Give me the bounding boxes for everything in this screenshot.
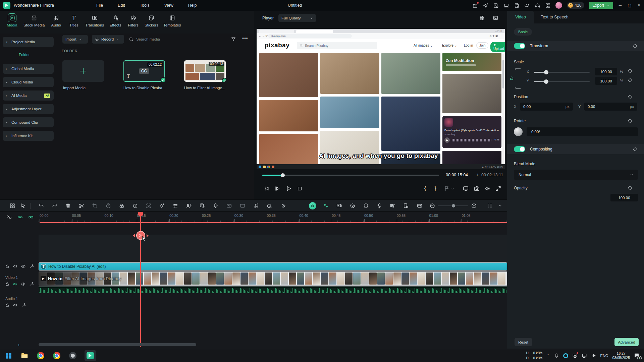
filter-icon[interactable] <box>231 37 236 42</box>
keyframe-diamond-icon[interactable] <box>633 44 637 48</box>
crop-icon[interactable] <box>92 203 98 209</box>
hide-track-icon[interactable] <box>21 282 26 287</box>
auto-ripple-icon[interactable] <box>28 215 34 220</box>
next-frame-button[interactable] <box>274 185 280 192</box>
zoom-fit-icon[interactable] <box>417 203 423 209</box>
track-wand-icon[interactable] <box>29 282 34 287</box>
preview-display-button[interactable] <box>463 185 469 192</box>
link-icon[interactable] <box>17 215 23 220</box>
voiceover-mic-icon[interactable] <box>376 203 382 209</box>
tray-volume-icon[interactable] <box>591 353 596 358</box>
menu-view[interactable]: View <box>160 3 178 8</box>
coins-badge[interactable]: C426 <box>567 2 584 9</box>
tab-stickers[interactable]: Stickers <box>144 13 159 27</box>
tab-stock-media[interactable]: Stock Media <box>22 13 46 27</box>
network-icon[interactable] <box>582 353 587 358</box>
record-dropdown[interactable]: Record <box>92 35 124 44</box>
music-icon[interactable] <box>253 203 259 209</box>
text-to-speech-icon[interactable] <box>199 203 205 209</box>
mute-track-icon[interactable] <box>13 303 18 308</box>
timeline-scrollbar[interactable] <box>39 343 196 346</box>
advanced-button[interactable]: Advanced <box>614 338 639 346</box>
menu-edit[interactable]: Edit <box>113 3 130 8</box>
tab-media[interactable]: Media <box>5 13 19 27</box>
muted-track-icon[interactable] <box>13 282 18 287</box>
mute-track-icon[interactable] <box>13 264 18 269</box>
close-button[interactable]: ✕ <box>637 3 641 8</box>
lock-track-icon[interactable] <box>5 303 10 308</box>
avatar[interactable] <box>555 2 562 9</box>
motion-track-icon[interactable] <box>146 203 152 209</box>
music-play-icon[interactable]: ▶ <box>444 137 450 143</box>
sidebar-item-global-media[interactable]: ▸Global Media <box>3 64 54 74</box>
explore-link[interactable]: Explore ⌄ <box>442 44 457 47</box>
audio-clip-waveform[interactable] <box>39 287 507 293</box>
blend-mode-dropdown[interactable]: Normal <box>514 170 638 180</box>
tab-video[interactable]: Video <box>507 11 534 23</box>
audio-ducking-icon[interactable] <box>186 203 192 209</box>
keyframe-diamond-icon[interactable] <box>628 78 632 82</box>
marker-button[interactable] <box>444 185 450 192</box>
phone-mirror-icon[interactable] <box>403 203 409 209</box>
player-progress[interactable] <box>262 175 439 176</box>
apps-grid-icon[interactable] <box>545 3 551 8</box>
video-preview[interactable]: – ▢ ✕ pixabay.com ← → ⟳ ⊙ ★ ▣ ⋮ pixabay … <box>257 29 505 169</box>
tray-circle-icon[interactable] <box>563 353 568 358</box>
scale-x-slider[interactable] <box>534 72 590 73</box>
previous-frame-button[interactable] <box>263 185 270 192</box>
filmora-taskbar-icon[interactable] <box>85 350 96 361</box>
play-button[interactable] <box>285 185 292 192</box>
more-icon[interactable] <box>280 203 286 209</box>
adjust-icon[interactable] <box>172 203 178 209</box>
share-icon[interactable] <box>483 3 488 8</box>
ai-assistant-icon[interactable] <box>323 203 329 209</box>
notification-icon[interactable]: 1 <box>634 353 639 359</box>
start-button[interactable] <box>4 351 13 360</box>
fullscreen-button[interactable] <box>495 185 501 192</box>
import-dropdown[interactable]: Import <box>62 35 88 44</box>
silence-detect-icon[interactable] <box>226 203 232 209</box>
file-explorer-icon[interactable] <box>20 351 29 360</box>
chrome-icon[interactable] <box>52 351 61 360</box>
page-scrollbar[interactable] <box>502 54 504 165</box>
chevron-down-icon[interactable] <box>498 204 502 207</box>
stop-button[interactable] <box>297 185 303 192</box>
upload-button[interactable]: ⬆ Upload <box>490 42 505 52</box>
volume-button[interactable] <box>484 185 491 192</box>
site-search[interactable]: Search Pixabay <box>297 42 377 49</box>
sidebar-item-influence-kit[interactable]: ▸Influence Kit <box>3 131 54 141</box>
mark-out-button[interactable]: } <box>434 185 436 192</box>
hide-track-icon[interactable] <box>21 264 26 269</box>
marker-icon[interactable] <box>363 203 369 209</box>
chevron-down-icon[interactable] <box>451 187 454 190</box>
title-clip[interactable]: T How to Disable Pixabay AI (edit) <box>39 262 507 270</box>
tab-titles[interactable]: TTitles <box>66 13 81 27</box>
all-images-dropdown[interactable]: All images ⌄ <box>414 44 433 47</box>
sidebar-item-ai-media[interactable]: ▸AI MediaAI <box>3 90 54 101</box>
audio-library-icon[interactable] <box>389 203 395 209</box>
opacity-value[interactable]: 100.00 <box>610 194 638 201</box>
search-media[interactable]: Search media <box>129 35 229 44</box>
sidebar-item-project-media[interactable]: ▾Project Media <box>3 37 54 47</box>
ai-copilot-icon[interactable] <box>309 202 316 209</box>
screen-record-icon[interactable] <box>336 203 342 209</box>
delete-icon[interactable] <box>65 203 71 209</box>
speed-icon[interactable] <box>105 203 111 209</box>
rotate-knob[interactable] <box>514 127 523 136</box>
tab-audio[interactable]: Audio <box>49 13 63 27</box>
position-x-input[interactable]: 0.00px <box>520 103 573 111</box>
sidebar-item-compound-clip[interactable]: ▸Compound Clip <box>3 117 54 127</box>
tray-record-icon[interactable] <box>572 353 578 358</box>
duration-timer-icon[interactable] <box>132 203 138 209</box>
keyframe-diamond-icon[interactable] <box>628 95 632 99</box>
dark-app-icon[interactable] <box>68 351 77 360</box>
sidebar-item-cloud-media[interactable]: ▸Cloud Media <box>3 77 54 87</box>
devices-icon[interactable] <box>503 3 509 8</box>
split-screen-icon[interactable] <box>479 15 485 21</box>
keyframe-diamond-icon[interactable] <box>628 186 632 190</box>
chrome-icon[interactable] <box>36 351 45 360</box>
keyframe-icon[interactable] <box>159 203 165 209</box>
zoom-out-icon[interactable] <box>429 203 435 209</box>
clock[interactable]: 16:2703/05/2025 <box>612 351 630 360</box>
reset-button[interactable]: Reset <box>515 338 532 346</box>
